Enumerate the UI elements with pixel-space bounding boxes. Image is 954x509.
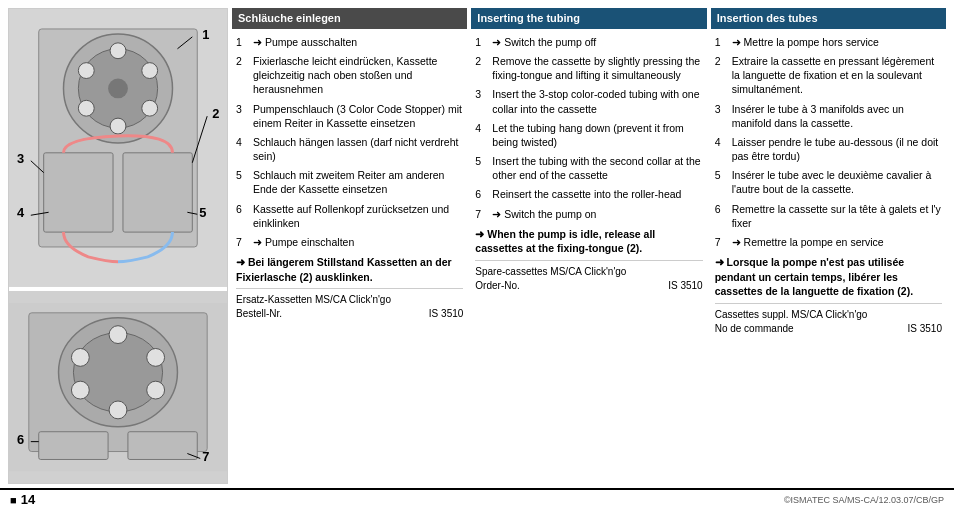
item-num: 2	[236, 54, 250, 97]
svg-point-9	[78, 100, 94, 116]
english-item-6: 6 Reinsert the cassette into the roller-…	[475, 187, 702, 201]
item-text: Insérer le tube avec le deuxième cavalie…	[732, 168, 942, 196]
svg-point-27	[109, 325, 127, 343]
svg-point-6	[142, 63, 158, 79]
german-item-3: 3 Pumpenschlauch (3 Color Code Stopper) …	[236, 102, 463, 130]
item-num: 5	[236, 168, 250, 196]
item-text: ➜ Switch the pump off	[492, 35, 702, 49]
english-footer-ref: IS 3510	[668, 279, 702, 293]
item-num: 1	[236, 35, 250, 49]
french-content: 1 ➜ Mettre la pompe hors service 2 Extra…	[711, 35, 946, 484]
item-text: Extraire la cassette en pressant légèrem…	[732, 54, 942, 97]
item-text: Laisser pendre le tube au-dessous (il ne…	[732, 135, 942, 163]
image-bottom: 6 7	[9, 291, 227, 483]
french-footer-ref: IS 3510	[908, 322, 942, 336]
svg-point-5	[110, 43, 126, 59]
svg-rect-12	[123, 153, 192, 232]
french-item-7: 7 ➜ Remettre la pompe en service	[715, 235, 942, 249]
svg-point-4	[108, 79, 128, 99]
svg-point-26	[73, 332, 162, 411]
item-text: ➜ Mettre la pompe hors service	[732, 35, 942, 49]
english-footer: Spare-cassettes MS/CA Click'n'go Order-N…	[475, 260, 702, 293]
english-item-1: 1 ➜ Switch the pump off	[475, 35, 702, 49]
machine-top-svg: 1 2 3 4 5	[9, 9, 227, 287]
french-item-1: 1 ➜ Mettre la pompe hors service	[715, 35, 942, 49]
german-footer-row: Bestell-Nr. IS 3510	[236, 307, 463, 321]
item-text: ➜ Switch the pump on	[492, 207, 702, 221]
svg-text:2: 2	[212, 106, 219, 121]
german-footer-ref: IS 3510	[429, 307, 463, 321]
item-num: 2	[475, 54, 489, 82]
french-item-5: 5 Insérer le tube avec le deuxième caval…	[715, 168, 942, 196]
item-text: ➜ Remettre la pompe en service	[732, 235, 942, 249]
page-wrapper: 1 2 3 4 5	[0, 0, 954, 488]
english-item-2: 2 Remove the cassette by slightly pressi…	[475, 54, 702, 82]
page-number: 14	[21, 492, 35, 507]
english-item-7: 7 ➜ Switch the pump on	[475, 207, 702, 221]
french-bold-note: ➜ Lorsque la pompe n'est pas utilisée pe…	[715, 255, 942, 299]
svg-text:1: 1	[202, 27, 209, 42]
item-num: 7	[715, 235, 729, 249]
item-num: 4	[715, 135, 729, 163]
german-content: 1 ➜ Pumpe ausschalten 2 Fixierlasche lei…	[232, 35, 467, 484]
item-text: Kassette auf Rollenkopf zurücksetzen und…	[253, 202, 463, 230]
svg-point-30	[109, 401, 127, 419]
svg-rect-11	[44, 153, 113, 232]
english-footer-row: Order-No. IS 3510	[475, 279, 702, 293]
page-number-wrapper: ■ 14	[10, 492, 35, 507]
english-footer-label: Order-No.	[475, 279, 519, 293]
svg-point-7	[142, 100, 158, 116]
french-item-4: 4 Laisser pendre le tube au-dessous (il …	[715, 135, 942, 163]
french-header: Insertion des tubes	[711, 8, 946, 29]
item-num: 3	[715, 102, 729, 130]
item-num: 1	[715, 35, 729, 49]
item-num: 6	[236, 202, 250, 230]
german-item-5: 5 Schlauch mit zweitem Reiter am anderen…	[236, 168, 463, 196]
column-english: Inserting the tubing 1 ➜ Switch the pump…	[471, 8, 706, 484]
item-num: 1	[475, 35, 489, 49]
image-panel: 1 2 3 4 5	[8, 8, 228, 484]
english-content: 1 ➜ Switch the pump off 2 Remove the cas…	[471, 35, 706, 484]
item-text: Remove the cassette by slightly pressing…	[492, 54, 702, 82]
item-num: 7	[475, 207, 489, 221]
german-header: Schläuche einlegen	[232, 8, 467, 29]
french-item-3: 3 Insérer le tube à 3 manifolds avec un …	[715, 102, 942, 130]
svg-text:4: 4	[17, 205, 25, 220]
item-text: ➜ Pumpe einschalten	[253, 235, 463, 249]
german-bold-note: ➜ Bei längerem Stillstand Kassetten an d…	[236, 255, 463, 284]
column-german: Schläuche einlegen 1 ➜ Pumpe ausschalten…	[232, 8, 467, 484]
item-num: 6	[715, 202, 729, 230]
svg-point-8	[110, 118, 126, 134]
item-text: Fixierlasche leicht eindrücken, Kassette…	[253, 54, 463, 97]
english-item-4: 4 Let the tubing hang down (prevent it f…	[475, 121, 702, 149]
svg-text:3: 3	[17, 151, 24, 166]
column-french: Insertion des tubes 1 ➜ Mettre la pompe …	[711, 8, 946, 484]
french-footer-row: No de commande IS 3510	[715, 322, 942, 336]
item-num: 6	[475, 187, 489, 201]
french-item-2: 2 Extraire la cassette en pressant légèr…	[715, 54, 942, 97]
german-footer-label: Bestell-Nr.	[236, 307, 282, 321]
machine-bottom-svg: 6 7	[9, 291, 227, 483]
english-item-3: 3 Insert the 3-stop color-coded tubing w…	[475, 87, 702, 115]
item-num: 7	[236, 235, 250, 249]
german-item-6: 6 Kassette auf Rollenkopf zurücksetzen u…	[236, 202, 463, 230]
svg-text:6: 6	[17, 431, 24, 446]
item-num: 4	[475, 121, 489, 149]
english-bold-note: ➜ When the pump is idle, release all cas…	[475, 227, 702, 256]
svg-text:5: 5	[199, 205, 206, 220]
svg-point-10	[78, 63, 94, 79]
item-text: Insert the 3-stop color-coded tubing wit…	[492, 87, 702, 115]
item-text: Schlauch hängen lassen (darf nicht verdr…	[253, 135, 463, 163]
ismatec-reference: ©ISMATEC SA/MS-CA/12.03.07/CB/GP	[784, 495, 944, 505]
german-item-4: 4 Schlauch hängen lassen (darf nicht ver…	[236, 135, 463, 163]
svg-point-31	[71, 381, 89, 399]
french-footer-label: No de commande	[715, 322, 794, 336]
item-num: 2	[715, 54, 729, 97]
item-text: Remettre la cassette sur la tête à galet…	[732, 202, 942, 230]
image-top: 1 2 3 4 5	[9, 9, 227, 287]
svg-rect-34	[128, 431, 197, 459]
svg-point-28	[147, 348, 165, 366]
item-text: Schlauch mit zweitem Reiter am anderen E…	[253, 168, 463, 196]
item-text: Let the tubing hang down (prevent it fro…	[492, 121, 702, 149]
svg-point-32	[71, 348, 89, 366]
